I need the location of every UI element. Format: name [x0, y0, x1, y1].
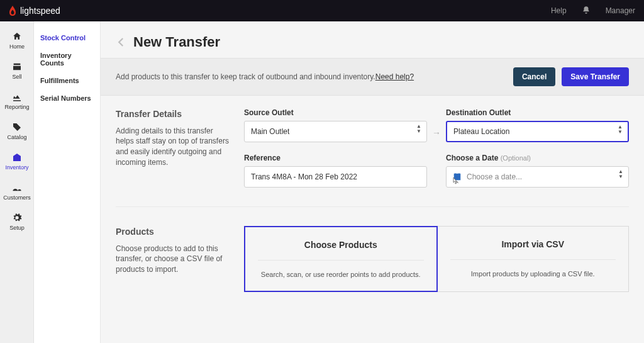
sidebar-item-reporting[interactable]: Reporting — [0, 86, 34, 116]
secondary-sidebar: Stock Control Inventory Counts Fulfillme… — [34, 21, 101, 343]
sidebar-item-label: Reporting — [4, 104, 29, 110]
subnav-item-fulfillments[interactable]: Fulfillments — [40, 72, 94, 89]
reference-input[interactable]: Trans 4M8A - Mon 28 Feb 2022 — [244, 166, 427, 188]
sidebar-item-catalog[interactable]: Catalog — [0, 116, 34, 146]
primary-sidebar: Home Sell Reporting Catalog Inventory Cu… — [0, 21, 34, 343]
products-heading: Products — [116, 226, 229, 239]
sidebar-item-label: Setup — [9, 225, 25, 231]
transfer-details-section: Transfer Details Adding details to this … — [101, 96, 644, 200]
import-csv-tile[interactable]: Import via CSV Import products by upload… — [438, 226, 630, 292]
stepper-icon: ▲▼ — [618, 169, 623, 179]
cursor-pointer-icon — [450, 176, 460, 186]
source-outlet-select[interactable]: Main Outlet ▲▼ — [244, 121, 427, 142]
date-placeholder: Choose a date... — [467, 172, 522, 181]
notifications-icon[interactable] — [582, 6, 591, 16]
destination-outlet-value: Plateau Location — [453, 127, 509, 136]
sidebar-item-setup[interactable]: Setup — [0, 206, 34, 237]
source-outlet-value: Main Outlet — [251, 127, 289, 136]
help-link[interactable]: Help — [551, 6, 567, 15]
subnav-item-serial-numbers[interactable]: Serial Numbers — [40, 89, 94, 107]
products-desc: Choose products to add to this transfer,… — [116, 244, 229, 275]
info-bar: Add products to this transfer to keep tr… — [101, 58, 644, 96]
choose-products-tile[interactable]: Choose Products Search, scan, or use reo… — [244, 226, 438, 292]
page-title: New Transfer — [133, 34, 220, 50]
date-label: Choose a Date (Optional) — [446, 154, 629, 162]
reference-label: Reference — [244, 154, 427, 162]
register-icon — [12, 62, 22, 72]
sidebar-item-label: Inventory — [5, 164, 28, 171]
cancel-button[interactable]: Cancel — [513, 67, 555, 86]
stepper-icon: ▲▼ — [618, 125, 623, 135]
transfer-details-desc: Adding details to this transfer helps st… — [116, 126, 229, 168]
home-icon — [12, 31, 22, 42]
topbar: lightspeed Help Manager — [0, 0, 644, 21]
destination-outlet-label: Destination Outlet — [446, 108, 629, 117]
tile-divider — [450, 259, 616, 260]
info-text: Add products to this transfer to keep tr… — [116, 72, 375, 81]
arrow-right-icon: → — [427, 122, 446, 143]
flame-icon — [9, 6, 16, 16]
tile-desc: Import products by uploading a CSV file. — [450, 270, 616, 278]
sidebar-item-customers[interactable]: Customers — [0, 176, 34, 206]
optional-hint: (Optional) — [501, 154, 531, 162]
sidebar-item-label: Catalog — [7, 134, 26, 140]
tag-icon — [12, 122, 22, 132]
tile-title: Import via CSV — [450, 239, 616, 249]
inventory-icon — [12, 152, 22, 162]
sidebar-item-home[interactable]: Home — [0, 25, 34, 55]
main-content: New Transfer Add products to this transf… — [101, 21, 644, 343]
user-role[interactable]: Manager — [606, 6, 635, 15]
date-picker[interactable]: Choose a date... ▲▼ — [446, 166, 629, 188]
brand-logo: lightspeed — [9, 6, 60, 16]
brand-name: lightspeed — [20, 6, 60, 16]
gear-icon — [12, 213, 22, 223]
products-section: Products Choose products to add to this … — [101, 213, 644, 305]
source-outlet-label: Source Outlet — [244, 108, 427, 117]
customers-icon — [12, 183, 22, 193]
reference-value: Trans 4M8A - Mon 28 Feb 2022 — [251, 172, 357, 181]
back-arrow-icon[interactable] — [116, 37, 127, 48]
need-help-link[interactable]: Need help? — [375, 72, 414, 81]
destination-outlet-select[interactable]: Plateau Location ▲▼ — [446, 121, 629, 142]
tile-title: Choose Products — [258, 240, 424, 250]
sidebar-item-inventory[interactable]: Inventory — [0, 146, 34, 176]
sidebar-item-sell[interactable]: Sell — [0, 55, 34, 86]
sidebar-item-label: Customers — [3, 194, 31, 201]
subnav-item-inventory-counts[interactable]: Inventory Counts — [40, 47, 94, 72]
tile-divider — [258, 260, 424, 261]
stepper-icon: ▲▼ — [416, 124, 421, 134]
transfer-details-heading: Transfer Details — [116, 108, 229, 121]
section-divider — [116, 206, 629, 207]
save-transfer-button[interactable]: Save Transfer — [562, 67, 629, 86]
sidebar-item-label: Sell — [12, 74, 21, 80]
sidebar-item-label: Home — [9, 43, 25, 50]
subnav-item-stock-control[interactable]: Stock Control — [40, 29, 94, 47]
tile-desc: Search, scan, or use reorder points to a… — [258, 271, 424, 278]
chart-icon — [12, 92, 22, 102]
